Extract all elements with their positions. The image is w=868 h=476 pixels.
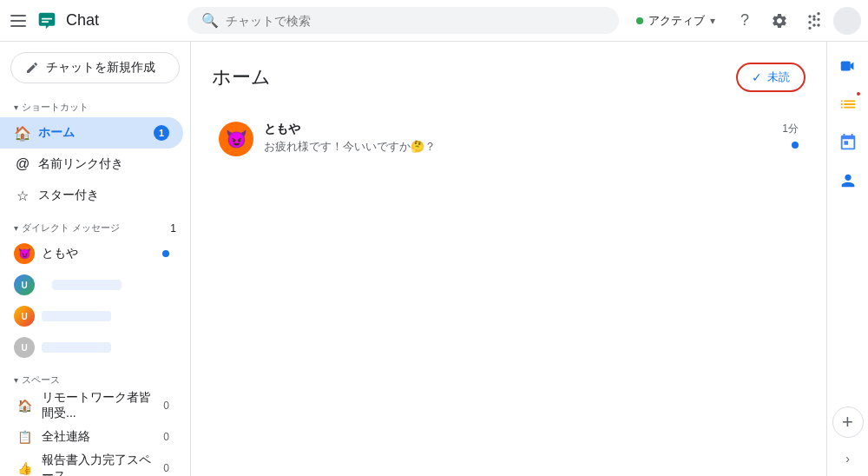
user3-avatar: U: [14, 306, 35, 327]
sidebar-item-tomoya[interactable]: 😈 ともや: [0, 238, 183, 269]
new-chat-label: チャットを新規作成: [46, 60, 155, 76]
header-left: Chat: [7, 9, 181, 33]
sidebar-item-space-1[interactable]: 📋 全社連絡 0: [0, 421, 183, 453]
sidebar-item-user4[interactable]: U: [0, 332, 183, 363]
user2-avatar: U: [14, 274, 35, 295]
tasks-badge: [855, 90, 862, 97]
apps-icon: [806, 12, 823, 30]
space-label-0: リモートワーク者皆間受...: [42, 390, 156, 421]
space-badge-0: 0: [163, 400, 169, 412]
message-text: お疲れ様です！今いいですか🤔？: [264, 139, 772, 155]
sidebar-item-starred[interactable]: ☆ スター付き: [0, 180, 183, 211]
user2-name-placeholder: [52, 280, 122, 290]
status-badge[interactable]: アクティブ ▾: [626, 10, 726, 32]
unread-filter-label: 未読: [767, 69, 790, 85]
app-title: Chat: [66, 11, 99, 30]
message-meta: 1分: [782, 122, 799, 149]
chevron-icon: ▾: [14, 223, 18, 233]
home-icon: 🏠: [14, 125, 31, 142]
tomoya-avatar: 😈: [14, 243, 35, 264]
meet-icon: [838, 56, 858, 76]
svg-rect-1: [840, 62, 850, 71]
rail-calendar-button[interactable]: [831, 125, 865, 160]
space-label-1: 全社連絡: [42, 429, 156, 445]
user-avatar[interactable]: [833, 7, 861, 35]
sidebar: チャットを新規作成 ▾ ショートカット 🏠 ホーム 1 @ 名前リンク付き ☆ …: [0, 42, 191, 476]
user3-name-placeholder: [42, 311, 111, 321]
space-icon-2: 👍: [14, 458, 35, 476]
chevron-right-icon: ›: [845, 452, 850, 466]
main-content: ホーム ✓ 未読 😈 ともや お疲れ様です！今いいですか🤔？ 1分: [191, 42, 826, 476]
dm-section-label[interactable]: ▾ ダイレクト メッセージ 1: [0, 211, 190, 238]
space-label-2: 報告書入力完了スペース: [42, 453, 156, 476]
sidebar-item-named-link[interactable]: @ 名前リンク付き: [0, 149, 183, 180]
gear-icon: [771, 12, 788, 30]
apps-button[interactable]: [799, 5, 830, 36]
spaces-section-label[interactable]: ▾ スペース: [0, 363, 190, 390]
main-layout: チャットを新規作成 ▾ ショートカット 🏠 ホーム 1 @ 名前リンク付き ☆ …: [0, 42, 868, 476]
settings-button[interactable]: [764, 5, 795, 36]
user4-avatar: U: [14, 337, 35, 358]
chevron-down-icon: ▾: [710, 15, 715, 27]
content-header: ホーム ✓ 未読: [212, 63, 806, 92]
message-unread-dot: [792, 142, 799, 149]
home-badge: 1: [154, 125, 169, 141]
right-rail: + ›: [826, 42, 868, 476]
tomoya-unread-dot: [162, 250, 169, 257]
calendar-icon: [838, 133, 858, 152]
rail-tasks-button[interactable]: [831, 87, 865, 122]
message-avatar: 😈: [219, 122, 253, 156]
app-header: Chat 🔍 アクティブ ▾ ?: [0, 0, 868, 42]
space-icon-0: 🏠: [14, 395, 35, 416]
message-sender: ともや: [264, 122, 300, 137]
check-icon: ✓: [752, 70, 762, 84]
help-button[interactable]: ?: [729, 5, 760, 36]
space-icon-1: 📋: [14, 426, 35, 447]
search-bar[interactable]: 🔍: [187, 7, 619, 34]
chat-logo-icon: [35, 9, 59, 33]
named-link-label: 名前リンク付き: [38, 156, 169, 172]
message-time: 1分: [782, 122, 799, 136]
starred-label: スター付き: [38, 188, 169, 203]
search-icon: 🔍: [201, 12, 219, 29]
edit-icon: [25, 61, 39, 75]
unread-filter-button[interactable]: ✓ 未読: [736, 63, 806, 92]
plus-icon: +: [842, 411, 853, 433]
hamburger-menu-button[interactable]: [7, 10, 28, 31]
message-top: ともや: [264, 122, 772, 137]
user4-name-placeholder: [42, 342, 111, 353]
status-label: アクティブ: [648, 13, 705, 29]
search-input[interactable]: [226, 14, 605, 28]
header-right: アクティブ ▾ ?: [626, 5, 861, 36]
at-icon: @: [14, 156, 31, 172]
home-label: ホーム: [38, 125, 147, 141]
contacts-icon: [838, 171, 858, 190]
rail-add-button[interactable]: +: [832, 407, 864, 438]
sidebar-item-user2[interactable]: U: [0, 269, 183, 301]
star-icon: ☆: [14, 188, 31, 204]
new-chat-button[interactable]: チャットを新規作成: [10, 52, 180, 83]
status-dot: [636, 17, 643, 24]
rail-expand-button[interactable]: ›: [838, 448, 858, 469]
shortcuts-section-label[interactable]: ▾ ショートカット: [0, 90, 190, 117]
sidebar-item-home[interactable]: 🏠 ホーム 1: [0, 117, 183, 149]
tomoya-label: ともや: [42, 246, 155, 261]
sidebar-item-space-0[interactable]: 🏠 リモートワーク者皆間受... 0: [0, 390, 183, 421]
chevron-icon: ▾: [14, 102, 18, 112]
message-item-tomoya[interactable]: 😈 ともや お疲れ様です！今いいですか🤔？ 1分: [212, 113, 806, 165]
dm-badge: 1: [170, 222, 176, 235]
chevron-icon: ▾: [14, 375, 18, 385]
help-icon: ?: [740, 11, 749, 30]
space-badge-2: 0: [163, 462, 169, 474]
sidebar-item-user3[interactable]: U: [0, 301, 183, 332]
sidebar-item-space-2[interactable]: 👍 報告書入力完了スペース 0: [0, 453, 183, 476]
tasks-icon: [838, 95, 858, 114]
rail-meet-button[interactable]: [831, 49, 865, 83]
page-title: ホーム: [212, 64, 271, 90]
space-badge-1: 0: [163, 431, 169, 443]
rail-contacts-button[interactable]: [831, 163, 865, 198]
message-body: ともや お疲れ様です！今いいですか🤔？: [264, 122, 772, 155]
